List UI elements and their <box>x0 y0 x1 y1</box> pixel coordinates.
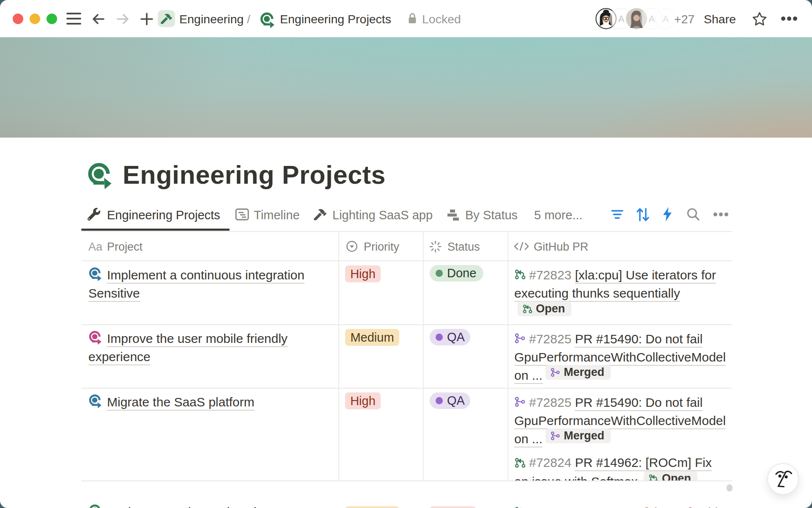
svg-text:A: A <box>618 14 625 24</box>
svg-text:A: A <box>663 14 669 24</box>
svg-text:A: A <box>649 14 655 24</box>
